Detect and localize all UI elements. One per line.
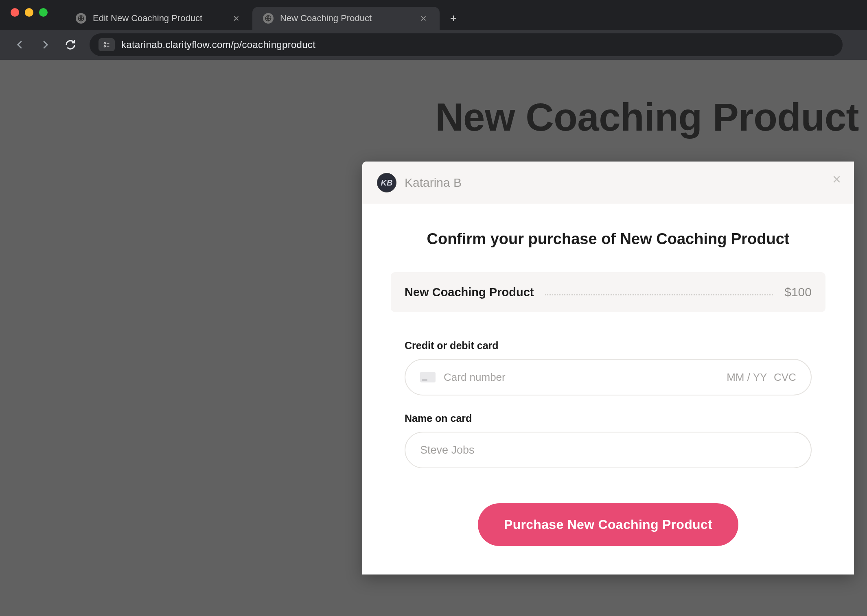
card-field-group: Credit or debit card Card number MM / YY… [391, 340, 825, 395]
card-cvc-placeholder: CVC [774, 371, 796, 383]
card-input[interactable]: Card number MM / YY CVC [405, 359, 812, 395]
modal-header: KB Katarina B × [362, 162, 854, 204]
dotted-leader [545, 294, 773, 295]
new-tab-button[interactable]: + [444, 9, 463, 28]
globe-icon [76, 13, 86, 24]
close-icon[interactable]: × [832, 172, 841, 187]
name-label: Name on card [405, 413, 812, 424]
purchase-modal: KB Katarina B × Confirm your purchase of… [362, 162, 854, 574]
window-close-dot[interactable] [11, 8, 19, 17]
line-item-name: New Coaching Product [405, 286, 534, 299]
globe-icon [263, 13, 274, 24]
line-item: New Coaching Product $100 [391, 272, 825, 312]
site-info-icon[interactable] [99, 38, 115, 51]
name-input[interactable] [405, 432, 812, 468]
tab-bar: Edit New Coaching Product × New Coaching… [0, 0, 867, 30]
page-content: New Coaching Product KB Katarina B × Con… [0, 60, 867, 616]
name-field-group: Name on card [391, 413, 825, 468]
modal-body: Confirm your purchase of New Coaching Pr… [362, 204, 854, 574]
window-maximize-dot[interactable] [39, 8, 48, 17]
close-icon[interactable]: × [230, 12, 243, 25]
card-expiry-placeholder: MM / YY [727, 371, 767, 383]
tab-edit-product[interactable]: Edit New Coaching Product × [65, 7, 252, 30]
purchase-button[interactable]: Purchase New Coaching Product [478, 503, 738, 546]
svg-point-2 [104, 43, 106, 44]
tab-new-product[interactable]: New Coaching Product × [252, 7, 440, 30]
back-button[interactable] [9, 34, 31, 56]
reload-button[interactable] [59, 34, 81, 56]
address-bar[interactable]: katarinab.clarityflow.com/p/coachingprod… [90, 33, 843, 56]
line-item-price: $100 [784, 285, 812, 299]
svg-point-3 [104, 46, 106, 47]
toolbar: katarinab.clarityflow.com/p/coachingprod… [0, 30, 867, 60]
modal-footer: Purchase New Coaching Product [391, 503, 825, 546]
close-icon[interactable]: × [417, 12, 430, 25]
card-label: Credit or debit card [405, 340, 812, 352]
tab-title: Edit New Coaching Product [93, 13, 223, 24]
forward-button[interactable] [34, 34, 56, 56]
browser-chrome: Edit New Coaching Product × New Coaching… [0, 0, 867, 60]
avatar: KB [377, 173, 396, 192]
card-number-placeholder: Card number [444, 371, 714, 384]
seller-name: Katarina B [405, 176, 462, 190]
card-extras: MM / YY CVC [722, 371, 796, 384]
confirm-heading: Confirm your purchase of New Coaching Pr… [391, 230, 825, 248]
tab-title: New Coaching Product [280, 13, 411, 24]
window-controls [11, 8, 48, 17]
url-text: katarinab.clarityflow.com/p/coachingprod… [121, 39, 834, 50]
credit-card-icon [420, 372, 436, 382]
window-minimize-dot[interactable] [25, 8, 33, 17]
